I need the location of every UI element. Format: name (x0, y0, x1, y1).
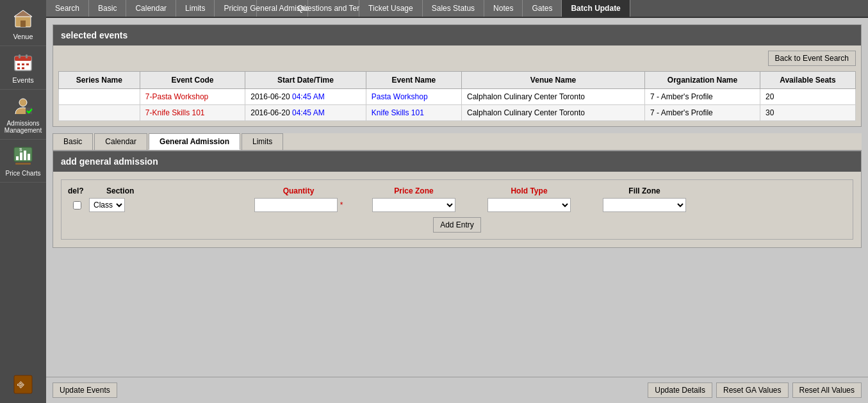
event-code-cell[interactable]: 7-Pasta Workshop (140, 89, 245, 105)
col-available-seats: Available Seats (760, 72, 856, 89)
event-name-cell[interactable]: Pasta Workshop (366, 89, 461, 105)
svg-rect-17 (24, 151, 26, 160)
price-charts-icon: $ (12, 145, 35, 168)
event-name-link[interactable]: Pasta Workshop (372, 92, 428, 101)
svg-rect-6 (26, 54, 28, 58)
tab-basic[interactable]: Basic (53, 133, 93, 150)
ga-header-del: del? (68, 186, 106, 195)
top-navigation: Search Basic Calendar Limits Pricing Gen… (46, 0, 868, 18)
ga-header-quantity: Quantity (241, 186, 356, 195)
svg-rect-10 (17, 67, 20, 69)
sidebar-item-venue-label: Venue (13, 33, 33, 40)
svg-rect-19 (15, 163, 31, 165)
org-name-cell: 7 - Amber's Profile (645, 89, 760, 105)
sidebar-item-venue[interactable]: Venue (0, 3, 46, 46)
nav-tab-basic[interactable]: Basic (89, 0, 126, 17)
available-seats-cell: 20 (760, 89, 856, 105)
sidebar-item-price-charts[interactable]: $ Price Charts (0, 140, 46, 183)
ga-header-price-zone: Price Zone (356, 186, 471, 195)
svg-rect-18 (28, 154, 30, 160)
qty-required-star: * (340, 201, 343, 210)
org-name-cell: 7 - Amber's Profile (645, 105, 760, 121)
event-name-cell[interactable]: Knife Skills 101 (366, 105, 461, 121)
nav-tab-search[interactable]: Search (46, 0, 89, 17)
svg-text:⎆: ⎆ (17, 378, 24, 391)
svg-rect-16 (20, 152, 22, 160)
update-events-button[interactable]: Update Events (53, 382, 117, 398)
col-venue-name: Venue Name (462, 72, 645, 89)
events-icon (12, 51, 35, 74)
ga-form-headers: del? Section Quantity Price Zone Hold Ty… (68, 186, 846, 195)
event-code-link[interactable]: 7-Pasta Workshop (145, 92, 209, 101)
ga-form-row: Class * (68, 198, 846, 212)
add-entry-row: Add Entry (68, 217, 846, 233)
nav-tab-notes[interactable]: Notes (484, 0, 523, 17)
ga-delete-checkbox[interactable] (73, 201, 81, 210)
content-area: selected events Back to Event Search Ser… (46, 18, 868, 377)
event-code-link[interactable]: 7-Knife Skills 101 (145, 108, 205, 117)
ga-panel-header: add general admission (53, 151, 861, 172)
table-row: 7-Knife Skills 1012016-06-20 04:45 AMKni… (59, 105, 856, 121)
ga-header-hold-type: Hold Type (471, 186, 587, 195)
nav-tab-questions-terms[interactable]: Questions and Terms (308, 0, 359, 17)
col-start-datetime: Start Date/Time (245, 72, 366, 89)
bottom-left: Update Events (53, 382, 117, 398)
exit-icon: ⎆ (12, 373, 35, 396)
reset-ga-values-button[interactable]: Reset GA Values (716, 382, 789, 398)
ga-fzone-cell (587, 198, 702, 212)
sidebar-item-admissions[interactable]: Admissions Management (0, 90, 46, 140)
svg-text:$: $ (19, 147, 22, 152)
ga-panel-title: add general admission (61, 156, 158, 167)
sidebar-item-admissions-label: Admissions Management (3, 120, 44, 134)
admissions-icon (12, 95, 35, 118)
ga-fill-zone-select[interactable] (603, 198, 686, 212)
ga-pzone-cell (356, 198, 471, 212)
tab-general-admission[interactable]: General Admission (149, 133, 240, 150)
col-event-name: Event Name (366, 72, 461, 89)
tab-limits[interactable]: Limits (242, 133, 283, 150)
ga-inner-box: del? Section Quantity Price Zone Hold Ty… (61, 179, 853, 240)
bottom-section: Basic Calendar General Admission Limits … (53, 133, 862, 248)
nav-tab-sales-status[interactable]: Sales Status (423, 0, 484, 17)
ga-header-fill-zone: Fill Zone (587, 186, 702, 195)
nav-tab-batch-update[interactable]: Batch Update (562, 0, 630, 17)
reset-all-values-button[interactable]: Reset All Values (792, 382, 862, 398)
ga-hold-type-select[interactable] (487, 198, 571, 212)
ga-section-select[interactable]: Class (89, 198, 125, 212)
nav-tab-limits[interactable]: Limits (176, 0, 215, 17)
ga-panel: add general admission del? Section Quant… (53, 151, 862, 248)
venue-name-cell: Calphalon Culinary Center Toronto (462, 89, 645, 105)
ga-quantity-input[interactable] (254, 198, 338, 212)
svg-rect-7 (17, 63, 20, 65)
col-org-name: Organization Name (645, 72, 760, 89)
events-table: Series Name Event Code Start Date/Time E… (58, 71, 856, 121)
nav-tab-gates[interactable]: Gates (523, 0, 562, 17)
event-name-link[interactable]: Knife Skills 101 (372, 108, 424, 117)
nav-tab-calendar[interactable]: Calendar (126, 0, 176, 17)
venue-name-cell: Calphalon Culinary Center Toronto (462, 105, 645, 121)
svg-rect-15 (16, 156, 19, 160)
event-code-cell[interactable]: 7-Knife Skills 101 (140, 105, 245, 121)
sidebar-item-price-charts-label: Price Charts (5, 170, 40, 177)
ga-price-zone-select[interactable] (372, 198, 455, 212)
selected-events-header: selected events (53, 25, 861, 45)
available-seats-cell: 30 (760, 105, 856, 121)
tab-calendar[interactable]: Calendar (94, 133, 147, 150)
selected-events-panel: selected events Back to Event Search Ser… (53, 24, 862, 127)
series-name-cell (59, 105, 140, 121)
bottom-action-bar: Update Events Update Details Reset GA Va… (46, 377, 868, 403)
svg-rect-11 (22, 67, 24, 69)
svg-rect-5 (19, 54, 20, 58)
svg-marker-2 (14, 10, 32, 17)
add-entry-button[interactable]: Add Entry (433, 217, 481, 233)
sidebar-item-events-label: Events (12, 76, 34, 84)
start-datetime-cell: 2016-06-20 04:45 AM (245, 89, 366, 105)
svg-rect-8 (22, 63, 24, 65)
ga-qty-cell: * (241, 198, 356, 212)
update-details-button[interactable]: Update Details (648, 382, 712, 398)
sidebar-item-events[interactable]: Events (0, 46, 46, 90)
back-to-event-search-button[interactable]: Back to Event Search (768, 51, 856, 66)
sidebar-exit[interactable]: ⎆ (0, 368, 46, 403)
table-row: 7-Pasta Workshop2016-06-20 04:45 AMPasta… (59, 89, 856, 105)
nav-tab-ticket-usage[interactable]: Ticket Usage (359, 0, 423, 17)
